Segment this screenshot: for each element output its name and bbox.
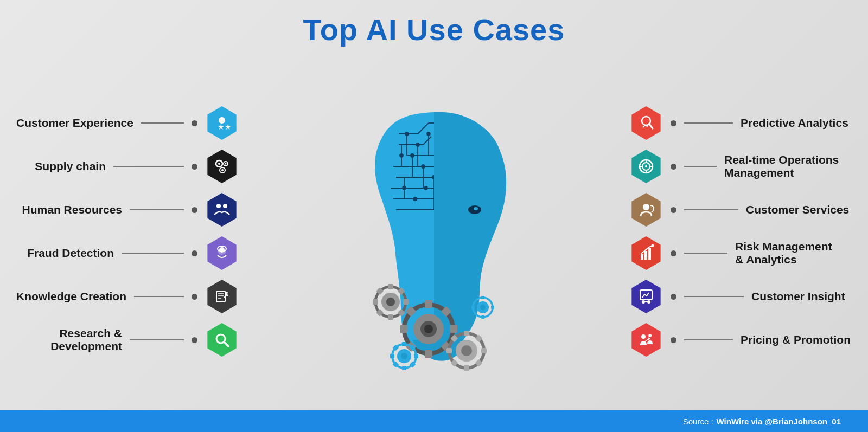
footer-brand: WinWire via @BrianJohnson_01: [717, 417, 841, 426]
connector-dot: [671, 164, 676, 170]
hexagon-icon: [629, 323, 663, 357]
svg-rect-72: [403, 299, 409, 305]
svg-point-91: [461, 345, 472, 356]
connector-dot: [671, 337, 676, 343]
svg-rect-117: [641, 254, 643, 260]
connector-dot: [671, 294, 676, 300]
center-image: [244, 53, 624, 410]
svg-point-122: [642, 300, 645, 304]
ai-head-illustration: [342, 91, 526, 372]
right-column: Predictive Analytics Real-time Operation…: [624, 106, 852, 357]
svg-rect-81: [402, 342, 406, 346]
list-item: Human Resources: [16, 193, 239, 227]
svg-point-102: [480, 305, 486, 310]
svg-line-21: [224, 342, 228, 346]
svg-point-126: [648, 334, 652, 337]
list-item: Supply chain: [16, 150, 239, 183]
hexagon-icon: [205, 236, 239, 270]
hexagon-icon: [629, 236, 663, 270]
svg-rect-105: [491, 306, 494, 309]
svg-rect-103: [481, 296, 484, 299]
svg-marker-127: [648, 337, 650, 340]
svg-point-120: [652, 244, 654, 247]
hexagon-icon: [629, 193, 663, 227]
svg-rect-94: [481, 348, 487, 353]
use-case-label: Human Resources: [22, 203, 122, 216]
use-case-label: Customer Experience: [16, 117, 133, 130]
left-column: Customer Experience ★★★ Supply chain: [16, 106, 244, 357]
svg-point-50: [403, 186, 406, 190]
list-item: Pricing & Promotion: [629, 323, 852, 357]
main-container: Top AI Use Cases Customer Experience ★★★…: [0, 0, 868, 410]
svg-point-8: [216, 204, 221, 208]
svg-point-45: [427, 132, 430, 136]
hexagon-icon: [205, 280, 239, 313]
svg-rect-95: [446, 348, 452, 353]
svg-rect-118: [644, 251, 647, 260]
svg-rect-62: [400, 325, 407, 333]
connector-dot: [192, 164, 197, 170]
list-item: Knowledge Creation: [16, 280, 239, 313]
connector-dot: [192, 250, 197, 256]
svg-rect-61: [450, 325, 457, 333]
hexagon-icon: ★★★: [205, 106, 239, 140]
use-case-label: Supply chain: [35, 160, 106, 173]
svg-rect-106: [471, 306, 475, 309]
list-item: Customer Insight: [629, 280, 852, 313]
hexagon-icon: [629, 280, 663, 313]
svg-rect-92: [464, 331, 469, 336]
connector-dot: [671, 250, 676, 256]
svg-rect-119: [648, 248, 651, 260]
svg-point-116: [643, 204, 649, 210]
list-item: Real-time OperationsManagement: [629, 150, 852, 183]
hexagon-icon: [205, 150, 239, 183]
svg-text:★★★: ★★★: [218, 122, 232, 131]
page-title: Top AI Use Cases: [303, 0, 565, 53]
hexagon-icon: [629, 150, 663, 183]
svg-point-111: [645, 165, 647, 167]
hexagon-icon: [205, 323, 239, 357]
connector-dot: [192, 337, 197, 343]
svg-point-43: [405, 132, 409, 136]
svg-rect-93: [464, 365, 469, 371]
svg-point-7: [221, 169, 224, 171]
svg-point-9: [223, 204, 227, 208]
svg-point-54: [474, 207, 478, 210]
svg-rect-121: [640, 290, 652, 300]
hexagon-icon: [205, 193, 239, 227]
footer: Source : WinWire via @BrianJohnson_01: [0, 410, 868, 432]
svg-point-125: [641, 334, 646, 339]
list-item: Risk Management& Analytics: [629, 236, 852, 270]
use-case-label: Fraud Detection: [27, 247, 114, 260]
list-item: Customer Experience ★★★: [16, 106, 239, 140]
hexagon-icon: [629, 106, 663, 140]
svg-rect-15: [216, 291, 225, 302]
svg-rect-59: [425, 300, 432, 308]
svg-point-5: [225, 163, 227, 165]
svg-rect-70: [388, 284, 393, 289]
use-case-label: Real-time OperationsManagement: [724, 153, 839, 179]
use-case-label: Research &Development: [50, 327, 122, 353]
use-case-label: Pricing & Promotion: [741, 333, 851, 346]
list-item: Predictive Analytics: [629, 106, 852, 140]
svg-rect-73: [373, 299, 378, 305]
use-case-label: Customer Services: [746, 203, 849, 216]
svg-point-3: [218, 163, 220, 165]
svg-line-108: [649, 124, 653, 128]
svg-point-123: [647, 300, 650, 304]
svg-point-46: [422, 165, 425, 168]
use-case-label: Knowledge Creation: [16, 290, 126, 303]
svg-rect-84: [390, 354, 394, 358]
svg-rect-82: [402, 366, 406, 370]
connector-dot: [671, 120, 676, 126]
svg-rect-104: [481, 315, 484, 319]
footer-source-label: Source :: [683, 417, 713, 426]
svg-rect-83: [414, 354, 418, 358]
svg-point-51: [413, 197, 417, 201]
list-item: Research &Development: [16, 323, 239, 357]
svg-point-48: [400, 154, 403, 157]
use-case-label: Predictive Analytics: [741, 117, 848, 130]
use-case-label: Risk Management& Analytics: [735, 240, 832, 266]
connector-dot: [192, 294, 197, 300]
svg-rect-71: [388, 314, 393, 320]
